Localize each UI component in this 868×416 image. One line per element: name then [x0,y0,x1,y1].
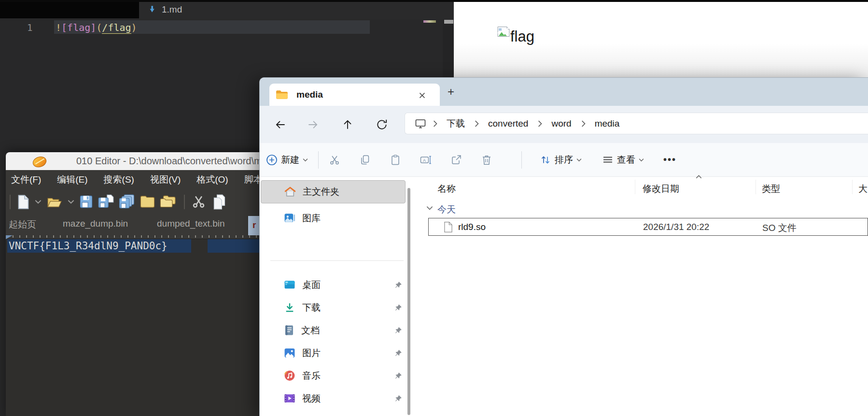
breadcrumb-downloads[interactable]: 下载 [444,117,468,130]
chevron-down-icon [576,158,582,162]
group-label-today[interactable]: 今天 [437,203,456,216]
save-as-icon[interactable] [98,194,114,209]
view-button-label: 查看 [617,154,635,166]
save-all-icon[interactable] [119,194,135,209]
address-bar[interactable]: 下载 converted word media [405,113,868,134]
sidebar-item-gallery[interactable]: 图库 [261,207,406,230]
view-lines-icon [602,154,614,166]
tab-rld9-active[interactable]: r [248,216,259,235]
explorer-tab-media[interactable]: media [269,84,440,106]
folder-icon [276,89,288,100]
cut-button[interactable] [329,154,340,166]
sidebar-item-desktop[interactable]: 桌面 [261,273,406,296]
column-header-modified[interactable]: 修改日期 [643,183,679,195]
video-icon [283,392,296,404]
sidebar-scrollbar[interactable] [407,188,410,415]
selection-fragment [208,239,259,253]
up-button[interactable] [341,118,354,131]
sidebar-item-label: 音乐 [302,370,321,382]
breadcrumb-converted[interactable]: converted [485,118,531,129]
more-options-button[interactable]: ••• [663,154,676,165]
flag-text-selection: VNCTF{F1L3_R34dlN9_PAND0c} [7,239,191,253]
pin-icon [394,372,403,380]
sidebar-item-documents[interactable]: 文档 [261,319,406,342]
column-divider[interactable] [635,180,635,194]
forward-button[interactable] [307,118,319,131]
sidebar-item-music[interactable]: 音乐 [261,364,406,387]
column-header-size[interactable]: 大 [858,183,868,195]
file-type: SO 文件 [762,222,797,234]
menu-view[interactable]: 视图(V) [150,173,181,186]
save-icon[interactable] [79,195,93,209]
pin-icon [394,326,403,335]
share-button[interactable] [450,154,462,166]
vscode-tab-1md[interactable]: 1.md [139,0,190,19]
menu-file[interactable]: 文件(F) [11,173,41,186]
line-number: 1 [27,22,32,33]
view-button[interactable]: 查看 [602,154,644,166]
pin-icon [394,281,403,289]
music-icon [283,370,296,382]
explorer-tab-strip: media + [260,78,868,106]
sidebar-item-home[interactable]: 主文件夹 [261,180,406,203]
copy-button[interactable] [359,154,371,166]
pin-icon [394,394,403,403]
explorer-tab-label: media [296,89,323,100]
file-explorer-window: media + 下载 converted word media [259,77,868,416]
tab-dumped-text[interactable]: dumped_text.bin [157,218,225,229]
new-file-icon[interactable] [17,195,30,209]
breadcrumb-chevron-icon [474,120,479,127]
chevron-down-icon[interactable] [35,200,42,204]
column-divider[interactable] [756,180,756,194]
sidebar-item-label: 桌面 [302,279,321,291]
back-button[interactable] [274,118,287,131]
paste-button[interactable] [390,154,401,166]
command-separator [318,151,319,169]
screenshot-root: 1.md 1 ![flag](/flag) flag [0,0,868,416]
sidebar-item-pictures[interactable]: 图片 [261,342,406,364]
markdown-download-icon [147,4,157,15]
chevron-down-icon[interactable] [68,200,74,204]
circle-plus-icon [266,154,278,166]
menu-edit[interactable]: 编辑(E) [57,173,87,186]
breadcrumb-media[interactable]: media [592,118,623,129]
paste-icon[interactable] [211,194,225,210]
code-token-link: /flag [102,22,131,34]
breadcrumb-word[interactable]: word [548,118,574,129]
code-token: ( [96,22,102,33]
open-folder-icon[interactable] [46,195,63,209]
minimap-slider[interactable] [444,20,453,24]
sidebar-item-label: 图片 [302,347,321,359]
explorer-nav-bar: 下载 converted word media [260,106,868,143]
file-row-rld9[interactable]: rld9.so 2026/1/31 20:22 SO 文件 [428,218,868,236]
menu-format[interactable]: 格式(O) [196,173,228,186]
sidebar-item-videos[interactable]: 视频 [261,387,406,410]
column-header-type[interactable]: 类型 [762,183,780,195]
delete-button[interactable] [481,154,492,166]
top-black-bar [0,0,868,2]
sort-button[interactable]: 排序 [540,154,582,166]
tab-start-page[interactable]: 起始页 [9,218,36,231]
refresh-button[interactable] [376,118,388,131]
column-header-name[interactable]: 名称 [437,183,456,195]
new-button[interactable]: 新建 [266,154,308,166]
minimap-line [423,20,436,23]
tab-maze-dump[interactable]: maze_dump.bin [63,218,128,229]
code-token: ) [131,22,137,33]
group-collapse-icon[interactable] [426,206,433,210]
breadcrumb-chevron-icon [581,120,586,127]
column-divider[interactable] [852,180,853,194]
cut-scissors-icon[interactable] [191,194,206,209]
file-modified-date: 2026/1/31 20:22 [643,222,709,232]
editor-scroll-column [443,19,454,78]
new-tab-button[interactable]: + [444,86,458,99]
breadcrumb-chevron-icon [433,120,437,127]
chevron-down-icon [639,158,644,162]
menu-search[interactable]: 搜索(S) [104,173,134,186]
rename-button[interactable]: A [420,154,432,166]
sidebar-separator [270,260,404,261]
sidebar-item-downloads[interactable]: 下载 [261,296,406,319]
tab-close-button[interactable] [417,90,427,100]
folders-icon[interactable] [160,194,178,209]
folder-icon[interactable] [140,195,155,208]
